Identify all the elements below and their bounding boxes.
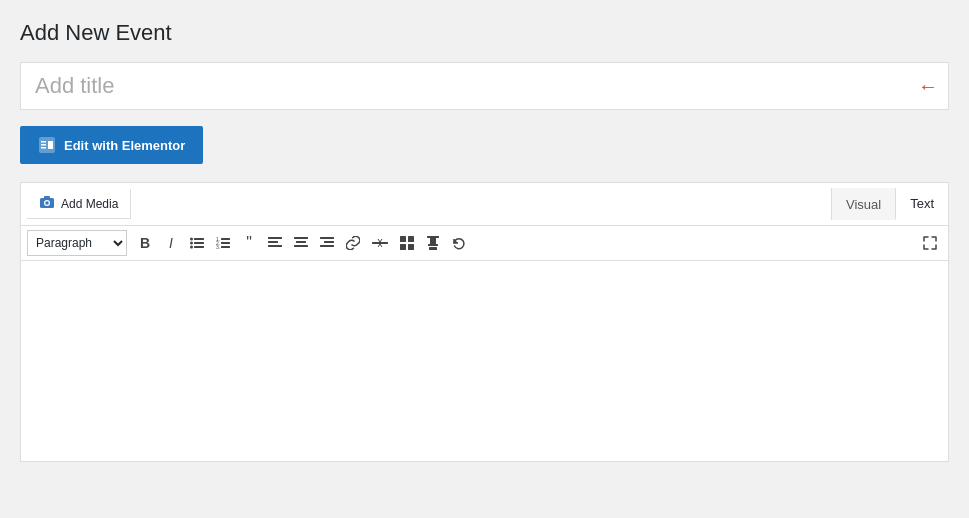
italic-button[interactable]: I [159,231,183,255]
title-input-row: ← [20,62,949,110]
edit-with-elementor-button[interactable]: Edit with Elementor [20,126,203,164]
svg-rect-26 [296,241,306,243]
svg-point-7 [45,201,49,205]
page-title: Add New Event [20,20,949,46]
tab-visual[interactable]: Visual [831,188,895,220]
svg-rect-27 [294,245,308,247]
undo-button[interactable] [447,231,471,255]
svg-rect-41 [429,247,437,250]
svg-rect-22 [268,241,278,243]
formatting-toolbar: Paragraph Heading 1 Heading 2 Heading 3 … [21,226,948,261]
svg-rect-4 [48,141,53,149]
back-arrow-icon: ← [908,75,948,98]
svg-rect-35 [408,236,414,242]
svg-text:3.: 3. [216,244,220,249]
editor-content[interactable] [21,261,948,461]
insert-link-button[interactable] [341,231,365,255]
tab-text[interactable]: Text [895,188,948,220]
svg-rect-34 [400,236,406,242]
elementor-btn-label: Edit with Elementor [64,138,185,153]
svg-rect-12 [194,242,204,244]
insert-more-button[interactable] [367,231,393,255]
strikethrough-button[interactable] [421,231,445,255]
svg-rect-18 [221,242,230,244]
svg-rect-21 [268,237,282,239]
svg-rect-29 [320,237,334,239]
align-left-button[interactable] [263,231,287,255]
svg-rect-2 [41,144,46,146]
svg-rect-40 [428,244,438,246]
align-right-button[interactable] [315,231,339,255]
svg-rect-25 [294,237,308,239]
svg-rect-1 [41,141,46,143]
editor-tabs: Visual Text [831,188,948,220]
svg-rect-10 [194,238,204,240]
fullscreen-button[interactable] [918,233,942,253]
add-media-icon [39,195,55,212]
add-media-label: Add Media [61,197,118,211]
svg-rect-36 [400,244,406,250]
svg-rect-20 [221,246,230,248]
svg-rect-30 [324,241,334,243]
bold-button[interactable]: B [133,231,157,255]
svg-point-11 [190,242,193,245]
editor-top-bar: Add Media Visual Text [21,183,948,226]
blockquote-button[interactable]: " [237,231,261,255]
title-input[interactable] [21,63,908,109]
ordered-list-button[interactable]: 1. 2. 3. [211,231,235,255]
svg-point-9 [190,238,193,241]
svg-rect-14 [194,246,204,248]
svg-point-13 [190,246,193,249]
elementor-icon [38,136,56,154]
add-media-button[interactable]: Add Media [27,189,131,219]
svg-rect-39 [430,237,436,245]
svg-rect-23 [268,245,282,247]
svg-rect-3 [41,147,46,149]
svg-rect-16 [221,238,230,240]
svg-rect-31 [320,245,334,247]
svg-rect-8 [44,196,50,199]
svg-rect-37 [408,244,414,250]
unordered-list-button[interactable] [185,231,209,255]
paragraph-format-select[interactable]: Paragraph Heading 1 Heading 2 Heading 3 … [27,230,127,256]
toolbar-toggle-button[interactable] [395,231,419,255]
align-center-button[interactable] [289,231,313,255]
editor-area: Add Media Visual Text Paragraph Heading … [20,182,949,462]
